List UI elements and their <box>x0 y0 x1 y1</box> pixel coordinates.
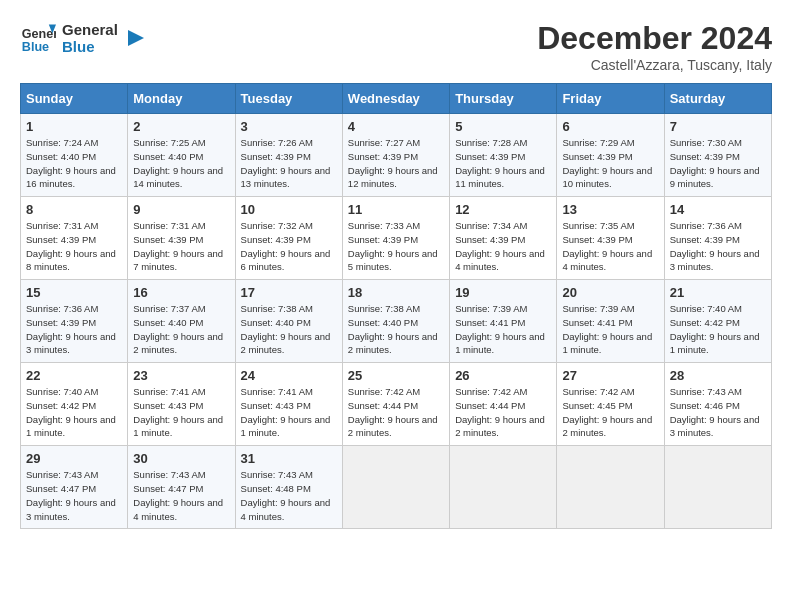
day-info: Sunrise: 7:43 AMSunset: 4:46 PMDaylight:… <box>670 385 766 440</box>
calendar-cell: 29Sunrise: 7:43 AMSunset: 4:47 PMDayligh… <box>21 446 128 529</box>
weekday-header: Wednesday <box>342 84 449 114</box>
calendar-cell: 30Sunrise: 7:43 AMSunset: 4:47 PMDayligh… <box>128 446 235 529</box>
calendar-week-row: 15Sunrise: 7:36 AMSunset: 4:39 PMDayligh… <box>21 280 772 363</box>
logo-blue: Blue <box>62 38 118 55</box>
calendar-cell: 2Sunrise: 7:25 AMSunset: 4:40 PMDaylight… <box>128 114 235 197</box>
day-info: Sunrise: 7:25 AMSunset: 4:40 PMDaylight:… <box>133 136 229 191</box>
day-info: Sunrise: 7:33 AMSunset: 4:39 PMDaylight:… <box>348 219 444 274</box>
day-info: Sunrise: 7:43 AMSunset: 4:48 PMDaylight:… <box>241 468 337 523</box>
day-info: Sunrise: 7:38 AMSunset: 4:40 PMDaylight:… <box>348 302 444 357</box>
day-number: 10 <box>241 202 337 217</box>
day-info: Sunrise: 7:42 AMSunset: 4:45 PMDaylight:… <box>562 385 658 440</box>
weekday-header: Sunday <box>21 84 128 114</box>
day-info: Sunrise: 7:43 AMSunset: 4:47 PMDaylight:… <box>133 468 229 523</box>
day-number: 23 <box>133 368 229 383</box>
calendar-cell: 4Sunrise: 7:27 AMSunset: 4:39 PMDaylight… <box>342 114 449 197</box>
calendar-cell: 12Sunrise: 7:34 AMSunset: 4:39 PMDayligh… <box>450 197 557 280</box>
day-number: 27 <box>562 368 658 383</box>
calendar-cell: 24Sunrise: 7:41 AMSunset: 4:43 PMDayligh… <box>235 363 342 446</box>
day-info: Sunrise: 7:27 AMSunset: 4:39 PMDaylight:… <box>348 136 444 191</box>
day-number: 21 <box>670 285 766 300</box>
calendar-cell: 17Sunrise: 7:38 AMSunset: 4:40 PMDayligh… <box>235 280 342 363</box>
calendar-cell: 19Sunrise: 7:39 AMSunset: 4:41 PMDayligh… <box>450 280 557 363</box>
weekday-header: Monday <box>128 84 235 114</box>
calendar-week-row: 29Sunrise: 7:43 AMSunset: 4:47 PMDayligh… <box>21 446 772 529</box>
calendar-cell: 16Sunrise: 7:37 AMSunset: 4:40 PMDayligh… <box>128 280 235 363</box>
day-info: Sunrise: 7:35 AMSunset: 4:39 PMDaylight:… <box>562 219 658 274</box>
svg-marker-3 <box>128 30 144 46</box>
day-number: 16 <box>133 285 229 300</box>
day-number: 14 <box>670 202 766 217</box>
calendar-cell <box>342 446 449 529</box>
day-info: Sunrise: 7:40 AMSunset: 4:42 PMDaylight:… <box>26 385 122 440</box>
calendar-cell: 15Sunrise: 7:36 AMSunset: 4:39 PMDayligh… <box>21 280 128 363</box>
day-number: 24 <box>241 368 337 383</box>
day-number: 29 <box>26 451 122 466</box>
day-number: 8 <box>26 202 122 217</box>
title-block: December 2024 Castell'Azzara, Tuscany, I… <box>537 20 772 73</box>
day-number: 18 <box>348 285 444 300</box>
day-number: 25 <box>348 368 444 383</box>
calendar-cell: 3Sunrise: 7:26 AMSunset: 4:39 PMDaylight… <box>235 114 342 197</box>
day-info: Sunrise: 7:38 AMSunset: 4:40 PMDaylight:… <box>241 302 337 357</box>
day-number: 9 <box>133 202 229 217</box>
calendar-cell: 10Sunrise: 7:32 AMSunset: 4:39 PMDayligh… <box>235 197 342 280</box>
day-info: Sunrise: 7:34 AMSunset: 4:39 PMDaylight:… <box>455 219 551 274</box>
calendar-cell: 23Sunrise: 7:41 AMSunset: 4:43 PMDayligh… <box>128 363 235 446</box>
day-number: 3 <box>241 119 337 134</box>
day-info: Sunrise: 7:32 AMSunset: 4:39 PMDaylight:… <box>241 219 337 274</box>
day-number: 30 <box>133 451 229 466</box>
logo-arrow-icon <box>124 28 144 48</box>
day-number: 22 <box>26 368 122 383</box>
weekday-header: Saturday <box>664 84 771 114</box>
day-number: 5 <box>455 119 551 134</box>
calendar-cell: 28Sunrise: 7:43 AMSunset: 4:46 PMDayligh… <box>664 363 771 446</box>
day-number: 11 <box>348 202 444 217</box>
calendar-table: SundayMondayTuesdayWednesdayThursdayFrid… <box>20 83 772 529</box>
day-number: 17 <box>241 285 337 300</box>
calendar-cell: 1Sunrise: 7:24 AMSunset: 4:40 PMDaylight… <box>21 114 128 197</box>
day-number: 1 <box>26 119 122 134</box>
calendar-header-row: SundayMondayTuesdayWednesdayThursdayFrid… <box>21 84 772 114</box>
weekday-header: Tuesday <box>235 84 342 114</box>
day-number: 2 <box>133 119 229 134</box>
day-info: Sunrise: 7:39 AMSunset: 4:41 PMDaylight:… <box>455 302 551 357</box>
day-number: 20 <box>562 285 658 300</box>
calendar-week-row: 1Sunrise: 7:24 AMSunset: 4:40 PMDaylight… <box>21 114 772 197</box>
day-number: 12 <box>455 202 551 217</box>
day-info: Sunrise: 7:42 AMSunset: 4:44 PMDaylight:… <box>455 385 551 440</box>
day-info: Sunrise: 7:31 AMSunset: 4:39 PMDaylight:… <box>133 219 229 274</box>
svg-text:Blue: Blue <box>22 40 49 54</box>
day-info: Sunrise: 7:39 AMSunset: 4:41 PMDaylight:… <box>562 302 658 357</box>
weekday-header: Friday <box>557 84 664 114</box>
calendar-cell <box>664 446 771 529</box>
day-info: Sunrise: 7:37 AMSunset: 4:40 PMDaylight:… <box>133 302 229 357</box>
day-info: Sunrise: 7:30 AMSunset: 4:39 PMDaylight:… <box>670 136 766 191</box>
calendar-week-row: 22Sunrise: 7:40 AMSunset: 4:42 PMDayligh… <box>21 363 772 446</box>
day-info: Sunrise: 7:36 AMSunset: 4:39 PMDaylight:… <box>670 219 766 274</box>
weekday-header: Thursday <box>450 84 557 114</box>
calendar-cell: 13Sunrise: 7:35 AMSunset: 4:39 PMDayligh… <box>557 197 664 280</box>
day-info: Sunrise: 7:40 AMSunset: 4:42 PMDaylight:… <box>670 302 766 357</box>
day-number: 4 <box>348 119 444 134</box>
calendar-cell: 6Sunrise: 7:29 AMSunset: 4:39 PMDaylight… <box>557 114 664 197</box>
calendar-week-row: 8Sunrise: 7:31 AMSunset: 4:39 PMDaylight… <box>21 197 772 280</box>
calendar-cell: 20Sunrise: 7:39 AMSunset: 4:41 PMDayligh… <box>557 280 664 363</box>
day-number: 15 <box>26 285 122 300</box>
calendar-cell: 5Sunrise: 7:28 AMSunset: 4:39 PMDaylight… <box>450 114 557 197</box>
calendar-cell <box>557 446 664 529</box>
day-info: Sunrise: 7:28 AMSunset: 4:39 PMDaylight:… <box>455 136 551 191</box>
day-info: Sunrise: 7:43 AMSunset: 4:47 PMDaylight:… <box>26 468 122 523</box>
calendar-cell: 14Sunrise: 7:36 AMSunset: 4:39 PMDayligh… <box>664 197 771 280</box>
day-info: Sunrise: 7:36 AMSunset: 4:39 PMDaylight:… <box>26 302 122 357</box>
day-number: 13 <box>562 202 658 217</box>
day-number: 26 <box>455 368 551 383</box>
day-number: 28 <box>670 368 766 383</box>
day-info: Sunrise: 7:41 AMSunset: 4:43 PMDaylight:… <box>241 385 337 440</box>
day-number: 7 <box>670 119 766 134</box>
day-info: Sunrise: 7:24 AMSunset: 4:40 PMDaylight:… <box>26 136 122 191</box>
month-title: December 2024 <box>537 20 772 57</box>
calendar-cell: 25Sunrise: 7:42 AMSunset: 4:44 PMDayligh… <box>342 363 449 446</box>
logo-general: General <box>62 21 118 38</box>
calendar-cell <box>450 446 557 529</box>
